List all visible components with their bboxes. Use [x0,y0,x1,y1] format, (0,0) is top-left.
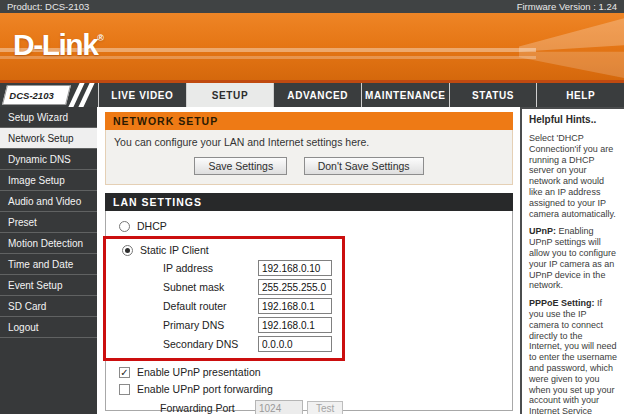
subnet-mask-field[interactable] [258,279,332,295]
lan-settings-body: DHCP Static IP Client IP address Subnet … [105,211,513,411]
primary-dns-label: Primary DNS [163,319,258,331]
tab-live-video[interactable]: LIVE VIDEO [98,83,186,107]
nav-slashes-icon [74,83,94,107]
sidebar-item-dynamic-dns[interactable]: Dynamic DNS [0,149,97,170]
sidebar-item-motion-detection[interactable]: Motion Detection [0,233,97,254]
network-setup-body: You can configure your LAN and Internet … [105,130,513,185]
dhcp-radio-icon[interactable] [119,221,130,232]
sidebar-item-event-setup[interactable]: Event Setup [0,275,97,296]
brand-banner: D-Link® [0,13,624,80]
lan-settings-title: LAN SETTINGS [105,193,513,211]
tab-setup[interactable]: SETUP [186,83,274,107]
save-settings-button[interactable]: Save Settings [194,157,287,175]
settings-buttons: Save Settings Don't Save Settings [114,156,504,175]
secondary-dns-row: Secondary DNS [163,336,342,352]
upnp-presentation-option[interactable]: ✓ Enable UPnP presentation [119,366,506,378]
sidebar-item-network-setup[interactable]: Network Setup [0,128,97,149]
network-setup-title: NETWORK SETUP [105,112,513,130]
sidebar-item-setup-wizard[interactable]: Setup Wizard [0,107,97,128]
static-ip-radio-icon[interactable] [122,245,133,256]
ip-address-field[interactable] [258,260,332,276]
network-setup-description: You can configure your LAN and Internet … [114,136,504,148]
upnp-port-forwarding-label: Enable UPnP port forwarding [137,383,273,395]
network-setup-section: NETWORK SETUP You can configure your LAN… [105,112,513,185]
subnet-mask-label: Subnet mask [163,281,258,293]
default-router-field[interactable] [258,298,332,314]
sidebar-item-preset[interactable]: Preset [0,212,97,233]
ip-address-label: IP address [163,262,258,274]
dlink-logo: D-Link® [13,28,104,62]
registered-mark: ® [97,33,104,43]
forwarding-port-label: Forwarding Port [160,402,255,414]
hints-upnp-lead: UPnP: [529,226,556,236]
sidebar-item-time-and-date[interactable]: Time and Date [0,254,97,275]
top-status-bar: Product: DCS-2103 Firmware Version : 1.2… [0,0,624,13]
subnet-mask-row: Subnet mask [163,279,342,295]
dhcp-label: DHCP [137,220,167,232]
upnp-presentation-checkbox-icon[interactable]: ✓ [119,367,130,378]
secondary-dns-field[interactable] [258,336,332,352]
dont-save-settings-button[interactable]: Don't Save Settings [304,157,424,175]
hints-paragraph-dhcp: Select 'DHCP Connection'if you are runni… [529,133,618,219]
tab-help[interactable]: HELP [536,83,624,107]
tab-advanced[interactable]: ADVANCED [273,83,361,107]
upnp-port-forwarding-option[interactable]: Enable UPnP port forwarding [119,383,506,395]
sidebar-item-image-setup[interactable]: Image Setup [0,170,97,191]
main-nav: DCS-2103 LIVE VIDEO SETUP ADVANCED MAINT… [0,83,624,107]
nav-tabs: LIVE VIDEO SETUP ADVANCED MAINTENANCE ST… [98,83,624,107]
default-router-row: Default router [163,298,342,314]
upnp-presentation-label: Enable UPnP presentation [137,366,261,378]
hints-paragraph-pppoe: PPPoE Setting: If you use the IP camera … [529,298,618,414]
app-window: Product: DCS-2103 Firmware Version : 1.2… [0,0,624,414]
default-router-label: Default router [163,300,258,312]
forwarding-port-row: Forwarding Port Test [160,400,506,414]
static-ip-option[interactable]: Static IP Client [122,244,342,256]
primary-dns-row: Primary DNS [163,317,342,333]
tab-maintenance[interactable]: MAINTENANCE [361,83,449,107]
dhcp-option[interactable]: DHCP [119,220,506,232]
banner-wedges [519,13,624,80]
ip-address-row: IP address [163,260,342,276]
sidebar-item-audio-and-video[interactable]: Audio and Video [0,191,97,212]
test-button[interactable]: Test [307,401,343,414]
sidebar-item-sd-card[interactable]: SD Card [0,296,97,317]
primary-dns-field[interactable] [258,317,332,333]
upnp-port-forwarding-checkbox-icon[interactable] [119,384,130,395]
hints-pppoe-lead: PPPoE Setting: [529,298,595,308]
model-badge: DCS-2103 [2,85,71,105]
static-ip-highlight-box: Static IP Client IP address Subnet mask … [103,236,345,361]
forwarding-port-field[interactable] [255,400,303,414]
static-ip-label: Static IP Client [140,244,209,256]
hints-title: Helpful Hints.. [529,114,618,126]
firmware-label: Firmware Version : 1.24 [517,1,617,12]
product-label: Product: DCS-2103 [7,1,89,12]
main-content: NETWORK SETUP You can configure your LAN… [97,107,520,414]
sidebar-menu: Setup Wizard Network Setup Dynamic DNS I… [0,107,97,414]
sidebar-item-logout[interactable]: Logout [0,317,97,338]
tab-status[interactable]: STATUS [449,83,537,107]
secondary-dns-label: Secondary DNS [163,338,258,350]
lan-settings-section: LAN SETTINGS DHCP Static IP Client IP ad… [105,193,513,411]
hints-paragraph-upnp: UPnP: Enabling UPnP settings will allow … [529,226,618,291]
helpful-hints-panel: Helpful Hints.. Select 'DHCP Connection'… [520,107,624,414]
